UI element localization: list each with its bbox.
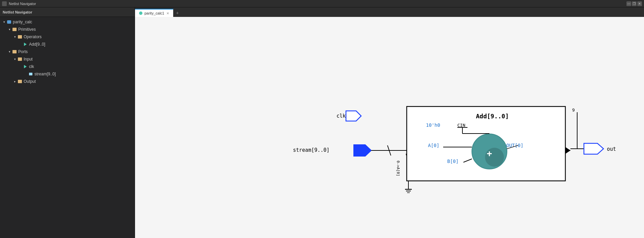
out-port-label: out: [607, 146, 616, 152]
tree-item-parity-calc[interactable]: parity_calc: [0, 18, 135, 26]
content-area: parity_calc1 ✕ + clk stream[9..0]: [135, 7, 644, 238]
tree-label-ports: Ports: [18, 49, 132, 54]
tree-arrow-parity-calc[interactable]: [1, 19, 7, 25]
tree-label-stream: stream[9..0]: [34, 72, 132, 76]
cin-label: CIN: [457, 123, 465, 128]
tab-close-parity[interactable]: ✕: [166, 11, 169, 15]
title-bar-text: Netlist Navigator: [9, 2, 36, 6]
plus-symbol: +: [487, 148, 492, 159]
close-button[interactable]: ✕: [637, 1, 642, 6]
folder-input-icon: [18, 57, 22, 62]
tree-label-add: Add[9..0]: [29, 42, 132, 47]
tree-item-primitives[interactable]: Primitives: [0, 26, 135, 33]
clk-label: clk: [337, 113, 346, 119]
folder-ports-icon: [12, 49, 17, 54]
clk-port-shape: [346, 111, 361, 121]
b-label: B[0]: [447, 159, 459, 164]
output-arrow: [565, 147, 570, 154]
tree-label-primitives: Primitives: [18, 27, 132, 32]
adder-title: Add[9..0]: [476, 113, 509, 120]
tree-label-clk: clk: [29, 64, 132, 69]
tree-arrow-operators[interactable]: [12, 34, 18, 40]
sidebar-header: Netlist Navigator: [0, 7, 135, 17]
tree-label-parity-calc: parity_calc: [13, 20, 132, 24]
main-layout: Netlist Navigator parity_calc Primitives: [0, 7, 644, 238]
tree-arrow-primitives[interactable]: [7, 27, 12, 32]
tree-label-input: Input: [24, 57, 132, 62]
port-clk-icon: [23, 64, 28, 69]
canvas[interactable]: clk stream[9..0] 8:0 0->A[0]: [135, 17, 644, 238]
window-controls[interactable]: — ❒ ✕: [626, 1, 642, 6]
sidebar-title: Netlist Navigator: [3, 10, 32, 14]
tree-view: parity_calc Primitives Operators: [0, 17, 135, 238]
bus-label-0-a: 0->A[0]: [396, 161, 400, 176]
tree-arrow-input[interactable]: [12, 56, 18, 62]
tree-label-output: Output: [24, 79, 132, 84]
wire-num-label: 9: [572, 108, 575, 113]
minimize-button[interactable]: —: [626, 1, 631, 6]
stream-label: stream[9..0]: [293, 147, 329, 153]
tree-item-ports[interactable]: Ports: [0, 48, 135, 55]
a-label: A[0]: [428, 143, 439, 148]
tree-label-operators: Operators: [24, 34, 132, 39]
signal-stream-icon: [28, 72, 33, 76]
chip-icon: [7, 20, 11, 24]
out-port-shape: [584, 143, 603, 154]
folder-primitives-icon: [12, 27, 17, 32]
tab-bar: parity_calc1 ✕ +: [135, 7, 644, 17]
tab-add-button[interactable]: +: [173, 9, 182, 17]
folder-operators-icon: [18, 34, 22, 39]
cin-const-label: 10'h0: [426, 122, 440, 128]
tree-item-input[interactable]: Input: [0, 55, 135, 63]
tree-item-operators[interactable]: Operators: [0, 33, 135, 41]
tree-arrow-clk: [18, 64, 23, 69]
tab-parity-calc1[interactable]: parity_calc1 ✕: [135, 9, 173, 17]
tree-arrow-output[interactable]: [12, 79, 18, 84]
stream-port-shape: [354, 145, 371, 156]
tree-item-output[interactable]: Output: [0, 78, 135, 85]
title-bar: Netlist Navigator — ❒ ✕: [0, 0, 644, 7]
tab-icon-parity: [139, 11, 142, 15]
tree-arrow-add: [18, 42, 23, 47]
restore-button[interactable]: ❒: [632, 1, 637, 6]
app-icon: [2, 1, 7, 6]
port-add-icon: [23, 42, 28, 47]
folder-output-icon: [18, 79, 22, 84]
tree-arrow-ports[interactable]: [7, 49, 12, 54]
tree-item-add[interactable]: Add[9..0]: [0, 41, 135, 48]
tree-item-stream[interactable]: stream[9..0]: [0, 70, 135, 78]
tree-arrow-stream: [23, 71, 28, 77]
tree-item-clk[interactable]: clk: [0, 63, 135, 70]
tab-label-parity: parity_calc1: [144, 11, 164, 15]
out-label: OUT[0]: [506, 143, 524, 148]
schematic-svg: clk stream[9..0] 8:0 0->A[0]: [135, 17, 644, 238]
sidebar: Netlist Navigator parity_calc Primitives: [0, 7, 135, 238]
